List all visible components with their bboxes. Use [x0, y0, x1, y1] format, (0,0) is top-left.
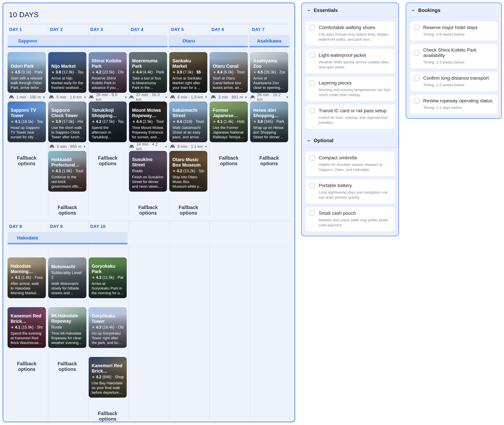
rating-value: 4.2	[177, 169, 183, 173]
place-card[interactable]: Odori Park★4.5 (3.1k) · ParkStart with a…	[7, 52, 46, 93]
place-card[interactable]: Hakodate Morning Market Ekini Market★4.1…	[7, 258, 46, 298]
chevron-down-icon[interactable]: ▾	[84, 145, 85, 149]
checkbox[interactable]	[309, 80, 315, 86]
checkbox[interactable]	[309, 53, 315, 58]
day-label: DAY 4	[131, 27, 144, 32]
checkbox[interactable]	[414, 75, 419, 81]
place-card[interactable]: Kanemori Red Brick Warehouse - Bay Hak..…	[89, 357, 127, 398]
place-card[interactable]: Goryōkaku Tower★4.3 (16.4k) · Observatio…	[89, 307, 127, 348]
rating-row: ★3.8 (12.9k) · Tourist Attra...	[51, 70, 83, 74]
place-card[interactable]: Hokkaidō Prefectural Government Office★4…	[48, 151, 86, 192]
checkbox[interactable]	[309, 210, 315, 216]
fallback-options-button[interactable]: Fallback options	[250, 155, 288, 166]
day-content-row: Hakodate Morning Market Ekini Market★4.1…	[7, 244, 290, 422]
chevron-down-icon[interactable]: ▾	[165, 95, 167, 99]
car-icon	[129, 144, 134, 149]
transit-row[interactable]: 6 min · 1.9 km▾	[169, 93, 207, 101]
transit-row[interactable]: 1 min · 190 m▾	[7, 93, 46, 101]
place-card[interactable]: Kanemori Red Brick Warehouse★4.1 (15.9k)…	[7, 307, 46, 348]
fallback-options-button[interactable]: Fallback options	[89, 411, 127, 422]
place-card-body: Former Japanese National Railways, Te...…	[210, 105, 248, 142]
place-title: Sankaku Market	[172, 58, 204, 69]
rating-row: ★4.4 (6.0k) · Tourist Attrac...	[213, 70, 245, 74]
place-card[interactable]: Otaru Music Box Museum★4.2 (13.2k) · Sto…	[169, 151, 207, 192]
checkbox[interactable]	[309, 155, 315, 160]
chevron-down-icon[interactable]	[307, 139, 311, 143]
rating-row: ★4.1 (16.5k) · Tourist Attra...	[11, 119, 43, 124]
booking-item-title: Reserve major hotel stays	[423, 25, 478, 30]
chevron-down-icon[interactable]: ▾	[205, 145, 207, 149]
place-card[interactable]: Goryokaku Park★4.3 (11.5k) · ParkArrive …	[89, 258, 127, 298]
checklist-item-head: Transit IC card or rail pass setup	[309, 108, 391, 113]
chevron-down-icon[interactable]: ▾	[165, 145, 167, 149]
checkbox[interactable]	[414, 25, 419, 30]
fallback-options-button[interactable]: Fallback options	[7, 361, 46, 372]
chevron-down-icon[interactable]	[307, 8, 311, 13]
rating-row: ★3.9 (7.0k) · $$ · Market	[172, 70, 204, 74]
place-description: Stop into Otaru Music Box Museum while y…	[172, 175, 204, 189]
fallback-options-button[interactable]: Fallback options	[48, 205, 86, 216]
transit-row[interactable]: 26 min · 10.2 km▾	[250, 93, 288, 101]
place-card[interactable]: MotomachiSublocality Level 2Walk Motomac…	[48, 258, 86, 298]
place-card[interactable]: Heiwa dōri Shopping Street★3.8 (345) · P…	[250, 101, 288, 142]
place-card[interactable]: Sapporo TV Tower★4.1 (16.5k) · Tourist A…	[7, 101, 46, 142]
chevron-down-icon[interactable]: ▾	[205, 95, 207, 99]
chevron-down-icon[interactable]	[411, 8, 415, 13]
place-category: Observation ...	[118, 325, 124, 329]
car-icon	[170, 144, 175, 149]
transit-row[interactable]: 14 min · 4.2 km▾	[129, 142, 167, 151]
checkbox[interactable]	[309, 108, 315, 113]
fallback-options-button[interactable]: Fallback options	[48, 361, 86, 372]
transit-row[interactable]: 5 min · 1.0 km▾	[48, 93, 86, 101]
fallback-options-button[interactable]: Fallback options	[210, 155, 248, 166]
rating-row: ★3.9 (17.0k) · Historical La...	[51, 119, 83, 124]
checkbox[interactable]	[414, 50, 419, 56]
fallback-options-button[interactable]: Fallback options	[169, 205, 207, 216]
day-column	[169, 244, 209, 422]
city-label: Hakodate	[7, 235, 47, 241]
bookings-title: Bookings	[418, 7, 440, 13]
place-card[interactable]: Susukino StreetRouteFinish on Susukino S…	[129, 151, 167, 192]
chevron-down-icon[interactable]: ▾	[287, 95, 288, 99]
booking-item: Reserve major hotel staysTiming: 3-8 wee…	[410, 21, 497, 41]
place-card[interactable]: Shiroi Koibito Park★4.2 (23.5k) · Chocol…	[89, 52, 127, 93]
transit-row[interactable]: 5 min · 855 m▾	[48, 142, 86, 151]
transit-row[interactable]: 3 min · 1.1 km▾	[169, 142, 207, 151]
fallback-options-button[interactable]: Fallback options	[89, 155, 127, 166]
transit-row[interactable]: 26 min · 9.0 km▾	[89, 93, 127, 101]
transit-duration: 5 min · 1.0 km	[56, 95, 82, 100]
place-card[interactable]: Sakaimachi Street★4.4 (319) · Tourist At…	[169, 101, 207, 142]
checkbox[interactable]	[414, 98, 419, 104]
place-card[interactable]: Sankaku Market★3.9 (7.0k) · $$ · MarketA…	[169, 52, 207, 93]
place-card[interactable]: Mount Moiwa Ropeway Entrance★4.4 (2.5k) …	[129, 101, 167, 142]
place-card[interactable]: Moerenuma Park★4.4 (4.4k) · ParkTake a t…	[129, 52, 167, 93]
chevron-down-icon[interactable]: ▾	[84, 95, 86, 99]
city-band: Hakodate	[7, 232, 128, 244]
place-card[interactable]: Asahiyama Zoo★4.5 (28.3k) · ZooArrive at…	[250, 52, 288, 93]
transit-duration: 1 min · 190 m	[16, 95, 41, 100]
checkbox[interactable]	[309, 25, 315, 30]
checklist-section-header[interactable]: Essentials	[302, 3, 399, 17]
place-card[interactable]: Tanukikoji Shopping Street★4.2 (17.5k) ·…	[89, 101, 127, 142]
bookings-header[interactable]: Bookings	[406, 3, 501, 17]
checklist-section-header[interactable]: Optional	[302, 133, 399, 147]
review-count: (13.2k)	[183, 169, 195, 173]
fallback-options-button[interactable]: Fallback options	[7, 155, 46, 166]
chevron-down-icon[interactable]: ▾	[43, 95, 45, 99]
place-card[interactable]: Nijo Market★3.8 (12.9k) · Tourist Attra.…	[48, 52, 86, 93]
transit-row[interactable]: 37 min · 16.3 km▾	[129, 93, 167, 101]
fallback-options-button[interactable]: Fallback options	[129, 205, 167, 216]
place-title: Goryokaku Park	[92, 264, 124, 274]
place-card-body: Asahiyama Zoo★4.5 (28.3k) · ZooArrive at…	[250, 55, 288, 93]
place-card[interactable]: Mt.Hakodate RopewayRouteTime Mt.Hakodate…	[48, 307, 86, 348]
place-card[interactable]: Sapporo Clock Tower★3.9 (17.0k) · Histor…	[48, 101, 86, 142]
place-description: Time Mount Moiwa Ropeway Entrance for su…	[132, 125, 164, 139]
chevron-down-icon[interactable]: ▾	[245, 95, 247, 99]
place-title: Former Japanese National Railways, Te...	[213, 107, 245, 118]
chevron-down-icon[interactable]: ▾	[125, 95, 127, 99]
transit-row[interactable]: 3 min · 891 m▾	[210, 93, 248, 101]
place-card[interactable]: Otaru Canal★4.4 (6.0k) · Tourist Attrac.…	[210, 52, 248, 93]
place-category: Park	[35, 70, 43, 74]
checkbox[interactable]	[309, 183, 315, 188]
place-card[interactable]: Former Japanese National Railways, Te...…	[210, 101, 248, 142]
